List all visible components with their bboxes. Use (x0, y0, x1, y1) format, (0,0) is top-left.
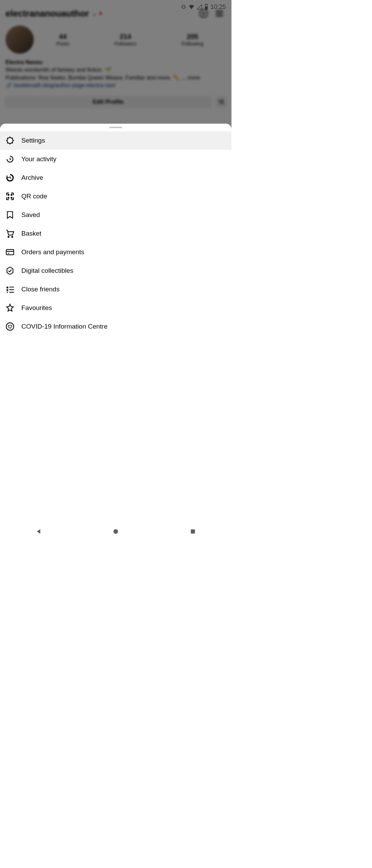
svg-rect-23 (6, 249, 14, 255)
wifi-icon (188, 4, 195, 10)
status-time: 10:25 (210, 3, 226, 11)
activity-icon (6, 155, 14, 164)
starlist-icon (6, 285, 14, 294)
menu-item-activity[interactable]: Your activity (0, 150, 231, 168)
svg-point-30 (6, 323, 14, 330)
menu-item-archive[interactable]: Archive (0, 168, 231, 187)
svg-point-17 (8, 194, 9, 195)
menu-item-label: Your activity (21, 155, 56, 163)
menu-item-label: Saved (21, 211, 40, 219)
battery-icon (204, 4, 208, 10)
nav-home-button[interactable] (112, 527, 120, 536)
menu-list: Settings Your activity (0, 131, 231, 540)
svg-point-28 (7, 292, 8, 293)
svg-point-18 (11, 194, 12, 195)
menu-item-basket[interactable]: Basket (0, 224, 231, 243)
status-bar: 10:25 (0, 0, 231, 14)
menu-item-qrcode[interactable]: QR code (0, 187, 231, 206)
heart-circle-icon (6, 322, 14, 331)
svg-point-22 (12, 236, 13, 237)
menu-item-saved[interactable]: Saved (0, 206, 231, 224)
signal-icon (197, 4, 202, 10)
drag-handle[interactable] (0, 124, 231, 131)
qr-icon (6, 192, 14, 201)
menu-item-label: COVID-19 Information Centre (21, 323, 107, 330)
archive-icon (6, 173, 14, 182)
nav-back-button[interactable] (34, 527, 43, 536)
menu-item-label: Close friends (21, 286, 60, 293)
svg-point-19 (8, 197, 9, 198)
card-icon (6, 248, 14, 257)
svg-point-20 (11, 197, 12, 198)
menu-item-label: Favourites (21, 304, 52, 312)
menu-item-label: Digital collectibles (21, 267, 73, 275)
svg-point-21 (8, 236, 9, 237)
menu-item-label: QR code (21, 193, 47, 200)
menu-item-orders[interactable]: Orders and payments (0, 243, 231, 261)
svg-point-31 (113, 529, 118, 534)
menu-item-label: Basket (21, 230, 41, 237)
cart-icon (6, 229, 14, 238)
gear-icon (6, 136, 14, 145)
svg-rect-9 (183, 5, 184, 9)
menu-item-collectibles[interactable]: Digital collectibles (0, 261, 231, 280)
menu-item-favourites[interactable]: Favourites (0, 299, 231, 317)
star-icon (6, 303, 14, 312)
svg-rect-13 (205, 7, 207, 10)
hexagon-check-icon (6, 266, 14, 275)
menu-item-close-friends[interactable]: Close friends (0, 280, 231, 299)
menu-item-settings[interactable]: Settings (0, 131, 231, 150)
menu-item-label: Orders and payments (21, 248, 84, 256)
svg-point-16 (9, 140, 11, 142)
menu-bottom-sheet: Settings Your activity (0, 124, 231, 540)
android-nav-bar (0, 523, 231, 540)
menu-item-covid[interactable]: COVID-19 Information Centre (0, 317, 231, 336)
svg-rect-14 (206, 4, 207, 4)
svg-rect-32 (191, 529, 195, 534)
nav-recent-button[interactable] (189, 527, 197, 536)
vibrate-icon (181, 4, 186, 10)
menu-item-label: Settings (21, 137, 45, 144)
menu-item-label: Archive (21, 174, 43, 182)
bookmark-icon (6, 210, 14, 219)
